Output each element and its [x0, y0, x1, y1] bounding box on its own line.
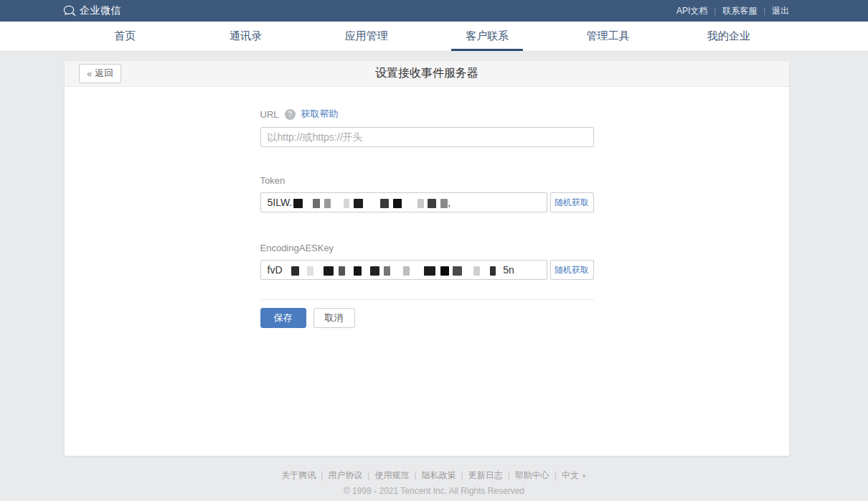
form-divider	[260, 299, 594, 300]
token-value-suffix: ,	[448, 197, 450, 208]
footer-link-changelog[interactable]: 更新日志	[468, 470, 503, 480]
footer-link-privacy-policy[interactable]: 隐私政策	[422, 470, 456, 480]
language-selector[interactable]: 中文▼	[562, 470, 587, 480]
token-field-group: Token 5ILW.	[260, 175, 594, 212]
nav-tab-my-company[interactable]: 我的企业	[669, 22, 789, 51]
footer-separator: |	[461, 470, 463, 480]
wework-logo[interactable]: 企业微信	[63, 4, 121, 17]
nav-tab-home[interactable]: 首页	[65, 22, 185, 51]
footer-separator: |	[321, 470, 323, 480]
logout-link[interactable]: 退出	[772, 5, 789, 17]
back-button-label: 返回	[95, 67, 113, 80]
redacted-value-mosaic	[283, 264, 496, 276]
copyright-text: © 1998 - 2021 Tencent Inc. All Rights Re…	[0, 486, 868, 496]
url-input[interactable]	[260, 127, 594, 147]
token-input[interactable]: 5ILW. ,	[260, 192, 547, 212]
footer-link-help-center[interactable]: 帮助中心	[515, 470, 549, 480]
footer-link-about-tencent[interactable]: 关于腾讯	[281, 470, 316, 480]
footer-links: 关于腾讯|用户协议|使用规范|隐私政策|更新日志|帮助中心|中文▼	[0, 469, 868, 482]
token-value-prefix: 5ILW.	[268, 197, 293, 208]
nav-tab-customer-contact[interactable]: 客户联系	[427, 22, 547, 51]
server-settings-form: URL ? 获取帮助 Token 5ILW.	[260, 108, 594, 328]
aes-random-generate-button[interactable]: 随机获取	[550, 260, 594, 280]
token-random-generate-button[interactable]: 随机获取	[550, 192, 594, 212]
topbar-separator: |	[714, 6, 716, 15]
back-caret-icon: «	[87, 68, 92, 79]
language-label: 中文	[562, 470, 579, 480]
nav-tab-contacts[interactable]: 通讯录	[185, 22, 306, 51]
content-card: « 返回 设置接收事件服务器 URL ? 获取帮助 Token 5ILW.	[65, 61, 789, 456]
topbar: 企业微信 API文档 | 联系客服 | 退出	[0, 0, 868, 22]
caret-down-icon: ▼	[581, 473, 587, 479]
form-actions: 保存 取消	[260, 308, 594, 328]
contact-support-link[interactable]: 联系客服	[722, 5, 757, 17]
save-button[interactable]: 保存	[260, 308, 306, 328]
help-icon[interactable]: ?	[285, 109, 296, 120]
aes-value-prefix: fvD	[268, 264, 283, 276]
topbar-separator: |	[763, 6, 765, 15]
encoding-aes-key-input[interactable]: fvD	[260, 260, 547, 280]
main-nav: 首页 通讯录 应用管理 客户联系 管理工具 我的企业	[0, 22, 868, 52]
api-docs-link[interactable]: API文档	[676, 5, 707, 17]
footer-separator: |	[367, 470, 369, 480]
get-help-link[interactable]: 获取帮助	[301, 108, 339, 121]
page-title: 设置接收事件服务器	[65, 66, 789, 81]
cancel-button[interactable]: 取消	[313, 308, 355, 328]
aes-key-field-group: EncodingAESKey fvD	[260, 243, 594, 280]
redacted-value-mosaic	[292, 197, 448, 208]
url-label: URL	[260, 109, 279, 120]
token-label: Token	[260, 175, 286, 186]
url-field-group: URL ? 获取帮助	[260, 108, 594, 147]
footer-separator: |	[555, 470, 557, 480]
nav-tab-admin-tools[interactable]: 管理工具	[547, 22, 668, 51]
encoding-aes-key-label: EncodingAESKey	[260, 243, 334, 253]
aes-value-suffix: 5n	[503, 264, 514, 276]
footer-link-usage-rules[interactable]: 使用规范	[374, 470, 409, 480]
footer-separator: |	[508, 470, 510, 480]
card-header: « 返回 设置接收事件服务器	[65, 61, 789, 87]
chat-bubble-icon	[63, 5, 76, 17]
footer-link-user-agreement[interactable]: 用户协议	[328, 470, 362, 480]
logo-text: 企业微信	[80, 4, 121, 17]
footer-separator: |	[414, 470, 416, 480]
back-button[interactable]: « 返回	[79, 64, 121, 83]
nav-tab-app-management[interactable]: 应用管理	[306, 22, 427, 51]
topbar-links: API文档 | 联系客服 | 退出	[676, 5, 789, 17]
